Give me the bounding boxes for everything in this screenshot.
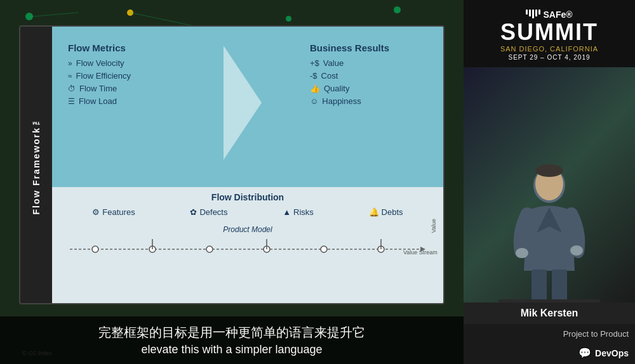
business-results-title: Business Results <box>310 42 424 53</box>
bottom-section: Flow Distribution ⚙ Features ✿ Defects ▲ <box>52 187 443 303</box>
safe-header: SAFe® <box>526 10 572 20</box>
cost-label: Cost <box>321 71 338 81</box>
svg-point-3 <box>206 246 213 252</box>
cost-icon: -$ <box>310 71 318 81</box>
svg-point-5 <box>321 246 327 252</box>
subtitle-english: elevate this with a simpler language <box>13 343 451 356</box>
dates-text: SEPT 29 – OCT 4, 2019 <box>508 54 590 61</box>
vertical-label: Flow Framework™ <box>20 27 52 303</box>
result-quality: 👍 Quality <box>310 84 424 93</box>
efficiency-icon: ≈ <box>68 72 72 81</box>
features-label: Features <box>102 207 135 217</box>
distribution-items: ⚙ Features ✿ Defects ▲ Risks 🔔 <box>52 207 443 217</box>
load-icon: ☰ <box>68 97 75 106</box>
time-label: Flow Time <box>79 84 117 93</box>
right-panel: SAFe® SUMMIT SAN DIEGO, CALIFORNIA SEPT … <box>464 0 635 364</box>
value-icon: +$ <box>310 58 319 68</box>
defects-label: Defects <box>199 207 227 217</box>
metric-time: ⏱ Flow Time <box>68 84 220 93</box>
result-value: +$ Value <box>310 58 424 68</box>
result-cost: -$ Cost <box>310 71 424 81</box>
safe-bar-4 <box>535 10 537 16</box>
devops-label: DevOps <box>595 348 629 358</box>
efficiency-label: Flow Efficiency <box>76 71 131 81</box>
load-label: Flow Load <box>79 96 117 106</box>
project-to-product-text: Project to Product <box>470 329 629 339</box>
network-dot <box>394 6 401 13</box>
svg-point-18 <box>535 164 563 177</box>
result-happiness: ☺ Happiness <box>310 96 424 106</box>
main-video-area: Flow Framework™ Flow Metrics » Flow Velo… <box>0 0 464 364</box>
speaker-name-bar: Mik Kersten <box>464 302 635 324</box>
dist-risks: ▲ Risks <box>283 207 314 217</box>
debts-label: Debts <box>382 207 403 217</box>
svg-point-13 <box>516 248 528 258</box>
flow-metrics-box: Flow Metrics » Flow Velocity ≈ Flow Effi… <box>62 36 227 115</box>
safe-bar-5 <box>538 10 540 15</box>
flow-line-svg: Value Stream <box>52 237 443 256</box>
debts-icon: 🔔 <box>369 207 379 217</box>
distribution-title: Flow Distribution <box>52 192 443 202</box>
features-icon: ⚙ <box>92 207 100 217</box>
defects-icon: ✿ <box>190 207 197 217</box>
svg-point-14 <box>570 245 583 256</box>
product-model-label: Product Model <box>52 225 443 234</box>
arrow-polygon <box>224 46 262 160</box>
safe-text: SAFe® <box>543 10 572 20</box>
subtitle-chinese: 完整框架的目标是用一种更简单的语言来提升它 <box>13 324 451 341</box>
summit-text: SUMMIT <box>500 21 598 44</box>
project-to-product-area: Project to Product <box>464 324 635 344</box>
network-dot <box>286 16 291 22</box>
safe-logo: SAFe® SUMMIT SAN DIEGO, CALIFORNIA SEPT … <box>473 10 625 61</box>
flow-metrics-title: Flow Metrics <box>68 42 220 53</box>
slide-inner: Flow Metrics » Flow Velocity ≈ Flow Effi… <box>52 27 443 303</box>
svg-point-1 <box>92 246 98 252</box>
risks-label: Risks <box>293 207 314 217</box>
slide-container: Flow Framework™ Flow Metrics » Flow Velo… <box>19 25 444 304</box>
safe-bar-1 <box>526 10 528 15</box>
product-model-area: Product Model <box>52 225 443 258</box>
safe-bar-3 <box>532 10 534 18</box>
value-label-vertical: Value <box>431 219 437 233</box>
dist-debts: 🔔 Debts <box>369 207 403 217</box>
time-icon: ⏱ <box>68 84 76 93</box>
quality-label: Quality <box>324 84 349 93</box>
svg-text:Value Stream: Value Stream <box>403 249 438 256</box>
dist-defects: ✿ Defects <box>190 207 227 217</box>
subtitle-area: 完整框架的目标是用一种更简单的语言来提升它 elevate this with … <box>0 316 464 364</box>
speaker-name: Mik Kersten <box>470 308 629 319</box>
svg-rect-19 <box>498 299 600 302</box>
location-text: SAN DIEGO, CALIFORNIA <box>500 45 598 53</box>
business-results-box: Business Results +$ Value -$ Cost 👍 Qual… <box>304 36 431 115</box>
value-label: Value <box>323 58 344 68</box>
top-section: Flow Metrics » Flow Velocity ≈ Flow Effi… <box>52 27 443 187</box>
svg-rect-15 <box>531 270 547 301</box>
framework-label: Flow Framework™ <box>31 115 41 214</box>
wechat-icon: 💬 <box>578 347 591 359</box>
velocity-icon: » <box>68 59 72 68</box>
distribution-box: Flow Distribution ⚙ Features ✿ Defects ▲ <box>52 187 443 220</box>
happiness-label: Happiness <box>322 96 361 106</box>
svg-rect-16 <box>552 270 567 301</box>
metric-efficiency: ≈ Flow Efficiency <box>68 71 220 81</box>
risks-icon: ▲ <box>283 207 291 217</box>
network-line <box>29 12 79 17</box>
metric-load: ☰ Flow Load <box>68 96 220 106</box>
happiness-icon: ☺ <box>310 96 318 106</box>
velocity-label: Flow Velocity <box>76 58 124 68</box>
dist-features: ⚙ Features <box>92 207 135 217</box>
safe-bar-2 <box>529 10 531 16</box>
speaker-area <box>464 67 635 302</box>
metric-velocity: » Flow Velocity <box>68 58 220 68</box>
speaker-svg <box>486 157 613 302</box>
arrow-shape <box>224 46 281 162</box>
quality-icon: 👍 <box>310 84 320 93</box>
devops-area: 💬 DevOps <box>464 344 635 364</box>
safe-bars <box>526 10 540 18</box>
logo-area: SAFe® SUMMIT SAN DIEGO, CALIFORNIA SEPT … <box>464 0 635 67</box>
